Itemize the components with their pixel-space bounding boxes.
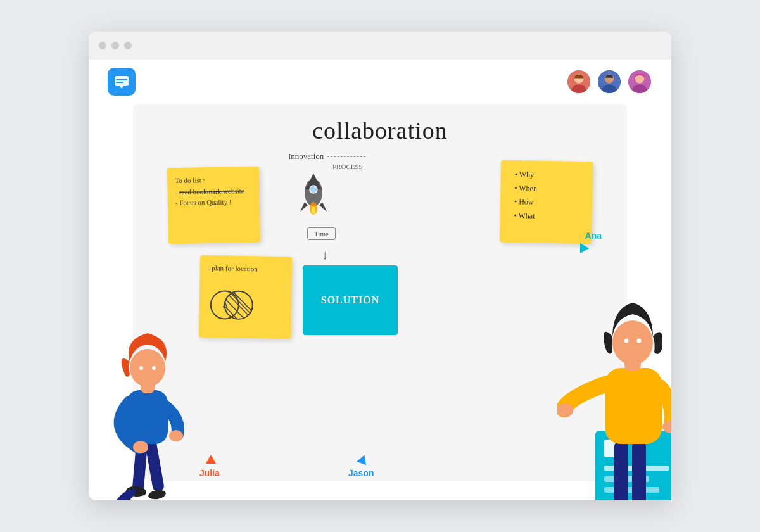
browser-content: collaboration To do list : - read bookma… xyxy=(89,60,671,500)
innovation-area: Innovation PROCESS xyxy=(269,151,491,170)
svg-point-36 xyxy=(152,366,156,370)
sticky-3-item-2: When xyxy=(508,182,585,197)
svg-point-29 xyxy=(148,489,167,500)
cursor-jason-arrow xyxy=(357,453,369,466)
innovation-label: Innovation xyxy=(288,151,324,162)
venn-diagram: A xyxy=(206,279,258,324)
rocket-illustration xyxy=(291,170,336,224)
svg-point-34 xyxy=(130,349,165,387)
user-avatars xyxy=(566,69,652,94)
person-julia xyxy=(89,301,203,500)
sticky-3-item-4: What xyxy=(507,209,584,224)
cursor-julia-arrow xyxy=(206,455,216,464)
browser-window: collaboration To do list : - read bookma… xyxy=(89,32,671,500)
process-label: PROCESS xyxy=(332,163,491,170)
svg-point-43 xyxy=(662,421,671,433)
whiteboard: collaboration To do list : - read bookma… xyxy=(133,104,627,481)
cursor-label-jason: Jason xyxy=(348,468,374,478)
svg-point-42 xyxy=(557,403,573,417)
svg-point-45 xyxy=(612,320,653,365)
svg-marker-23 xyxy=(319,202,327,212)
svg-point-31 xyxy=(133,441,148,453)
sticky-note-3: Why When How What xyxy=(500,160,593,244)
svg-marker-22 xyxy=(300,202,308,212)
whiteboard-title: collaboration xyxy=(312,117,447,144)
svg-point-46 xyxy=(624,339,629,343)
solution-text: SOLUTION xyxy=(321,294,379,306)
svg-point-25 xyxy=(312,206,315,214)
sticky-1-text: To do list : - read bookmark website - F… xyxy=(175,174,252,209)
svg-line-15 xyxy=(229,291,253,315)
cursor-label-ana: Ana xyxy=(585,231,602,241)
app-logo[interactable] xyxy=(108,68,136,96)
svg-point-47 xyxy=(637,339,642,343)
cursor-ana-arrow xyxy=(580,243,589,253)
svg-rect-38 xyxy=(632,441,646,500)
avatar-2[interactable] xyxy=(597,69,622,94)
time-box: Time xyxy=(307,227,336,240)
browser-dot-3 xyxy=(124,42,132,49)
solution-card: SOLUTION xyxy=(303,265,398,335)
browser-dot-2 xyxy=(111,42,119,49)
sticky-3-list: Why When How What xyxy=(507,168,585,224)
arrow-down: ↓ xyxy=(322,248,328,262)
dashed-line xyxy=(327,156,365,157)
browser-titlebar xyxy=(89,32,671,60)
sticky-3-item-1: Why xyxy=(509,168,585,183)
svg-point-35 xyxy=(139,366,143,370)
svg-point-32 xyxy=(169,430,183,441)
svg-text:A: A xyxy=(222,300,229,309)
sticky-note-2: - plan for location xyxy=(199,255,292,339)
sticky-3-item-3: How xyxy=(508,195,585,210)
innovation-label-row: Innovation xyxy=(288,151,491,162)
sticky-note-1: To do list : - read bookmark website - F… xyxy=(167,167,260,244)
browser-dot-1 xyxy=(99,42,106,49)
person-ana xyxy=(557,263,671,500)
avatar-3[interactable] xyxy=(627,69,652,94)
sticky-2-text: - plan for location xyxy=(208,263,284,276)
svg-line-16 xyxy=(217,298,245,324)
avatar-1[interactable] xyxy=(566,69,592,94)
svg-point-21 xyxy=(310,186,317,193)
app-header xyxy=(89,60,671,104)
svg-rect-0 xyxy=(115,76,129,86)
svg-rect-37 xyxy=(614,441,628,500)
